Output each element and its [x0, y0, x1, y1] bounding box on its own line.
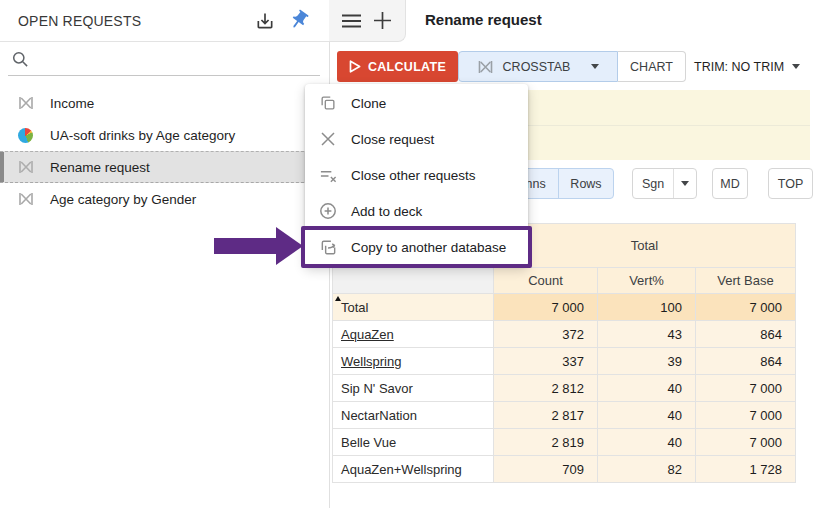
row-label-aquazen-wellspring[interactable]: AquaZen+Wellspring: [333, 456, 494, 483]
table-cell[interactable]: 100: [598, 294, 696, 321]
open-requests-list: Income UA-soft drinks by Age category Re…: [0, 87, 329, 215]
menu-item-close-other-requests[interactable]: Close other requests: [305, 157, 528, 193]
crosstab-view-button[interactable]: CROSSTAB: [458, 51, 618, 82]
sidebar-item-income[interactable]: Income: [0, 87, 329, 119]
sidebar-item-label: Rename request: [50, 160, 150, 175]
table-cell[interactable]: 2 812: [494, 375, 598, 402]
annotation-highlight-box: [301, 226, 532, 268]
download-button[interactable]: [253, 9, 277, 33]
table-cell[interactable]: 82: [598, 456, 696, 483]
new-request-button[interactable]: [374, 12, 391, 29]
table-cell[interactable]: 40: [598, 375, 696, 402]
page-title: Rename request: [425, 11, 542, 28]
table-cell[interactable]: 337: [494, 348, 598, 375]
menu-item-close-request[interactable]: Close request: [305, 121, 528, 157]
table-row: NectarNation 2 817 40 7 000: [333, 402, 796, 429]
rows-label: Rows: [570, 177, 601, 191]
pin-button[interactable]: [286, 7, 312, 33]
plus-icon: [374, 12, 391, 29]
crosstab-icon: [18, 160, 35, 174]
table-cell[interactable]: 40: [598, 402, 696, 429]
table-row: AquaZen+Wellspring 709 82 1 728: [333, 456, 796, 483]
table-cell[interactable]: 864: [696, 348, 796, 375]
sidebar-item-rename-request[interactable]: Rename request: [0, 151, 329, 183]
crosstab-icon: [18, 192, 35, 206]
table-cell[interactable]: 2 819: [494, 429, 598, 456]
sgn-dropdown: Sgn: [632, 168, 697, 199]
chevron-down-icon: [792, 64, 800, 69]
sgn-button[interactable]: Sgn: [633, 169, 673, 198]
add-circle-icon: [318, 201, 338, 221]
sidebar-header: OPEN REQUESTS: [0, 0, 329, 42]
menu-item-add-to-deck[interactable]: Add to deck: [305, 193, 528, 229]
sgn-caret-button[interactable]: [673, 169, 696, 198]
table-cell[interactable]: 864: [696, 321, 796, 348]
sidebar-item-ua-soft-drinks[interactable]: UA-soft drinks by Age category: [0, 119, 329, 151]
sort-indicator-icon[interactable]: [335, 296, 341, 301]
play-icon: [349, 60, 361, 73]
sgn-label: Sgn: [642, 177, 664, 191]
chart-view-button[interactable]: CHART: [618, 51, 686, 82]
search-input[interactable]: [8, 44, 320, 76]
row-label-total[interactable]: Total: [333, 294, 494, 321]
row-label-aquazen[interactable]: AquaZen: [333, 321, 494, 348]
row-label-nectarnation[interactable]: NectarNation: [333, 402, 494, 429]
row-label-sip-n-savor[interactable]: Sip N' Savor: [333, 375, 494, 402]
sidebar-item-label: Income: [50, 96, 94, 111]
trim-label: TRIM: NO TRIM: [694, 60, 784, 74]
column-header-count[interactable]: Count: [494, 268, 598, 294]
table-cell[interactable]: 7 000: [696, 429, 796, 456]
menu-item-label: Close request: [351, 132, 434, 147]
table-cell[interactable]: 7 000: [696, 375, 796, 402]
menu-item-clone[interactable]: Clone: [305, 85, 528, 121]
menu-item-label: Close other requests: [351, 168, 476, 183]
sidebar-item-label: UA-soft drinks by Age category: [50, 128, 235, 143]
sidebar-title: OPEN REQUESTS: [18, 13, 141, 29]
table-row: AquaZen 372 43 864: [333, 321, 796, 348]
rows-button[interactable]: Rows: [559, 169, 613, 198]
crosstab-icon: [477, 60, 494, 74]
crosstab-icon: [18, 96, 35, 110]
table-cell[interactable]: 7 000: [696, 402, 796, 429]
pin-icon: [284, 5, 315, 36]
top-button[interactable]: TOP: [768, 168, 813, 199]
md-button[interactable]: MD: [712, 168, 748, 199]
crosstab-label: CROSSTAB: [503, 60, 571, 74]
annotation-arrow-head-icon: [276, 227, 303, 265]
chart-label: CHART: [630, 60, 673, 74]
table-cell[interactable]: 372: [494, 321, 598, 348]
table-row: Belle Vue 2 819 40 7 000: [333, 429, 796, 456]
hamburger-icon: [342, 14, 361, 28]
table-cell[interactable]: 43: [598, 321, 696, 348]
clone-icon: [318, 93, 338, 113]
row-label-wellspring[interactable]: Wellspring: [333, 348, 494, 375]
row-label-belle-vue[interactable]: Belle Vue: [333, 429, 494, 456]
annotation-arrow: [214, 238, 276, 254]
md-label: MD: [720, 177, 739, 191]
table-cell[interactable]: 2 817: [494, 402, 598, 429]
menu-button[interactable]: [342, 14, 361, 28]
column-header-vert-base[interactable]: Vert Base: [696, 268, 796, 294]
calculate-button[interactable]: CALCULATE: [337, 51, 458, 82]
app-window: OPEN REQUESTS Income: [0, 0, 816, 508]
table-cell[interactable]: 39: [598, 348, 696, 375]
view-switcher: CROSSTAB CHART: [458, 51, 686, 82]
download-icon: [255, 11, 275, 31]
top-label: TOP: [778, 177, 803, 191]
tab-strip: [329, 0, 406, 42]
sidebar-item-age-by-gender[interactable]: Age category by Gender: [0, 183, 329, 215]
calculate-label: CALCULATE: [368, 60, 446, 74]
column-group-header[interactable]: Total: [494, 224, 796, 268]
table-cell[interactable]: 7 000: [494, 294, 598, 321]
menu-item-label: Add to deck: [351, 204, 422, 219]
table-cell[interactable]: 7 000: [696, 294, 796, 321]
table-row: Sip N' Savor 2 812 40 7 000: [333, 375, 796, 402]
table-cell[interactable]: 709: [494, 456, 598, 483]
trim-dropdown[interactable]: TRIM: NO TRIM: [694, 51, 800, 82]
table-cell[interactable]: 1 728: [696, 456, 796, 483]
table-row: Total 7 000 100 7 000: [333, 294, 796, 321]
pie-chart-icon: [18, 128, 35, 143]
table-cell[interactable]: 40: [598, 429, 696, 456]
column-header-vert-pct[interactable]: Vert%: [598, 268, 696, 294]
sidebar-item-label: Age category by Gender: [50, 192, 196, 207]
